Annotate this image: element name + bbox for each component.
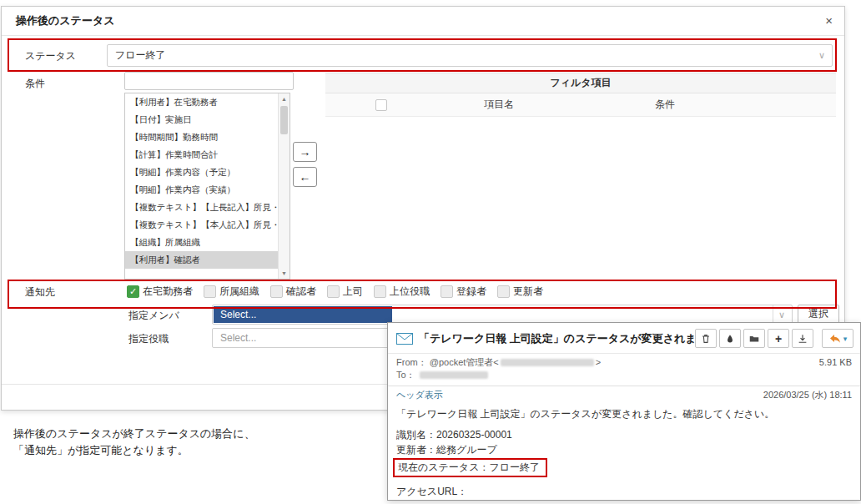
folder-icon [748,333,760,345]
move-right-button[interactable]: → [293,142,317,162]
add-button[interactable]: + [768,329,789,348]
from-value-close: > [596,356,601,369]
notify-option-zaitaku[interactable]: 在宅勤務者 [127,285,193,299]
status-label: ステータス [25,49,76,63]
condition-search-input[interactable] [124,72,294,90]
list-item-selected[interactable]: 【利用者】確認者 [125,251,290,269]
notify-option-kakunin[interactable]: 確認者 [270,285,316,299]
checkbox-label: 確認者 [286,285,316,299]
notify-option-shozoku[interactable]: 所属組織 [204,285,259,299]
list-item[interactable]: 【明細】作業内容（予定） [125,164,290,181]
reply-button[interactable]: ▾ [822,329,853,348]
notify-option-touroku[interactable]: 登録者 [441,285,486,299]
notify-option-koushin[interactable]: 更新者 [497,285,543,299]
scroll-down-icon[interactable]: ▼ [279,270,290,276]
scroll-thumb[interactable] [280,106,288,134]
list-item[interactable]: 【日付】実施日 [125,111,290,129]
email-url-label: アクセスURL： [396,485,852,498]
email-updater-line: 更新者：総務グループ [396,443,852,456]
checkbox[interactable] [204,285,216,298]
list-item[interactable]: 【組織】所属組織 [125,234,290,251]
annotation-box-current-status: 現在のステータス：フロー終了 [393,458,547,477]
member-label: 指定メンバ [128,309,179,323]
email-date: 2026/03/25 (水) 18:11 [763,389,852,401]
list-item[interactable]: 【利用者】在宅勤務者 [125,93,290,111]
download-icon [797,333,808,345]
notify-option-joshi[interactable]: 上司 [327,285,363,299]
email-toolbar: + ▾ [695,329,853,348]
list-item[interactable]: 【明細】作業内容（実績） [125,181,290,199]
checkbox[interactable] [497,285,510,298]
checkbox-label: 在宅勤務者 [143,285,193,299]
ink-button[interactable] [719,329,741,348]
list-item[interactable]: 【時間期間】勤務時間 [125,129,290,146]
filter-table: フィルタ項目 項目名 条件 [325,73,836,117]
move-left-button[interactable]: ← [293,167,317,187]
email-linkrow: ヘッダ表示 2026/03/25 (水) 18:11 [388,386,860,404]
caret-down-icon: ▾ [843,335,848,343]
email-window: 「テレワーク日報 上司設定」のステータスが変更されました + ▾ [387,322,861,501]
caption-line2: 「通知先」が指定可能となります。 [13,442,255,459]
list-item[interactable]: 【計算】作業時間合計 [125,146,290,164]
member-select-value: Select... [214,306,392,323]
email-status-line: 現在のステータス：フロー終了 [398,461,540,473]
droplet-icon [724,333,736,345]
condition-listbox[interactable]: 【利用者】在宅勤務者 【日付】実施日 【時間期間】勤務時間 【計算】作業時間合計… [124,93,290,280]
email-subject: 「テレワーク日報 上司設定」のステータスが変更されました [419,331,695,346]
status-select-value: フロー終了 [115,45,166,66]
checkbox[interactable] [327,285,340,298]
caption: 操作後のステータスが終了ステータスの場合に、 「通知先」が指定可能となります。 [13,426,255,459]
header-display-link[interactable]: ヘッダ表示 [396,389,443,401]
email-id-line: 識別名：20260325-00001 [396,428,852,441]
checkbox-label: 登録者 [456,285,486,299]
from-value: @pocket管理者< [430,356,499,369]
chevron-down-icon: ∨ [773,305,785,324]
select-all-checkbox[interactable] [375,99,387,111]
role-select-value: Select... [220,329,256,347]
listbox-scrollbar[interactable]: ▲ ▼ [278,93,290,279]
filter-table-header-row: 項目名 条件 [325,93,836,117]
email-body-text: 「テレワーク日報 上司設定」のステータスが変更されました。確認してください。 [396,407,852,421]
member-pick-button[interactable]: 選択 [798,305,839,324]
role-label: 指定役職 [128,332,169,346]
access-url-link[interactable]: https://app000.at-pocket.com//apps/171/r… [396,500,852,501]
status-select[interactable]: フロー終了 ∨ [107,44,833,67]
close-icon[interactable]: × [825,7,833,35]
checkbox-label: 所属組織 [219,285,259,299]
condition-label: 条件 [25,77,45,91]
email-from-row: From： @pocket管理者< > 5.91 KB [396,356,852,369]
to-label: To： [396,369,415,381]
screen: 操作後のステータス × ステータス フロー終了 ∨ 条件 【利用者】在宅勤務者 … [0,0,861,504]
trash-icon [700,333,712,345]
scroll-up-icon[interactable]: ▲ [279,96,290,102]
caption-line1: 操作後のステータスが終了ステータスの場合に、 [13,426,255,442]
download-button[interactable] [792,329,813,348]
checkbox[interactable] [270,285,283,298]
checkbox[interactable] [441,285,453,298]
email-to-row: To： [396,369,852,381]
notify-options-row: 在宅勤務者 所属組織 確認者 上司 上位役職 登録者 更新者 [127,285,543,299]
delete-button[interactable] [695,329,717,348]
email-status-line-wrap: 現在のステータス：フロー終了 [396,458,852,477]
notify-label: 通知先 [25,285,55,300]
email-size: 5.91 KB [819,356,852,369]
dialog-header: 操作後のステータス × [2,7,844,36]
checkbox-label: 上司 [343,285,363,299]
email-meta: From： @pocket管理者< > 5.91 KB To： [388,354,860,383]
email-body: 「テレワーク日報 上司設定」のステータスが変更されました。確認してください。 識… [388,404,860,501]
notify-option-joi[interactable]: 上位役職 [374,285,430,299]
checkbox[interactable] [374,285,386,298]
checkbox-label: 更新者 [513,285,543,299]
redacted-text [501,359,594,366]
chevron-down-icon: ∨ [818,45,825,66]
filter-table-title: フィルタ項目 [325,73,836,93]
folder-button[interactable] [743,329,765,348]
from-label: From： [396,356,427,369]
checkbox[interactable] [127,285,139,298]
envelope-icon [396,333,413,345]
checkbox-label: 上位役職 [390,285,430,299]
list-item[interactable]: 【複数テキスト】【上長記入】所見・連絡事項 [125,199,290,216]
column-condition: 条件 [655,93,675,116]
redacted-text [420,371,488,379]
list-item[interactable]: 【複数テキスト】【本人記入】所見・連絡事項 [125,216,290,234]
